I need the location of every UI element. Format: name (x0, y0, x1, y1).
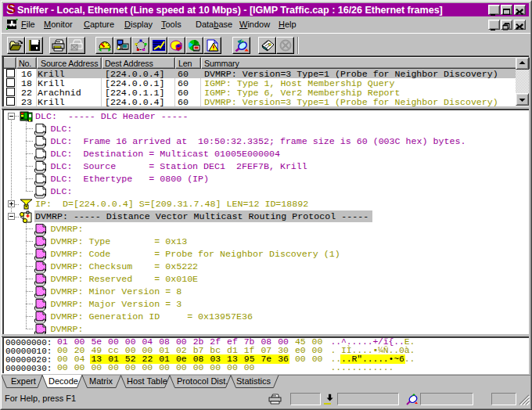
svg-text:S: S (7, 3, 16, 16)
